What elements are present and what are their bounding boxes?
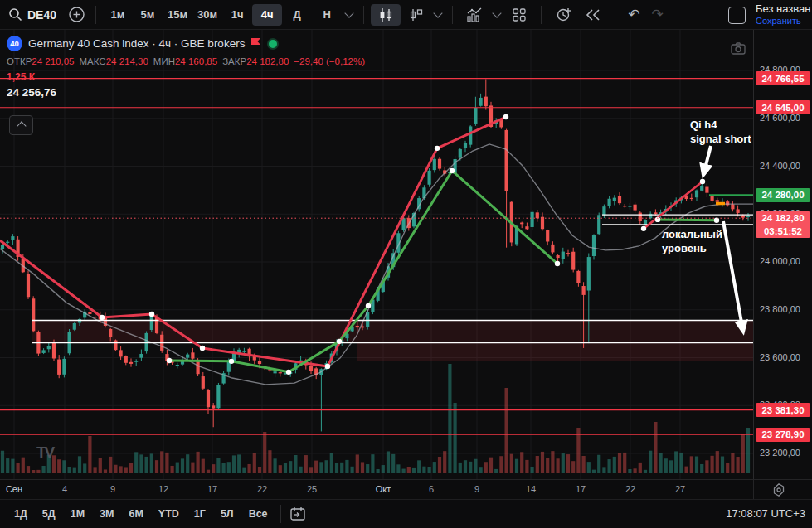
timeframe-4ч[interactable]: 4ч — [252, 4, 282, 26]
divider — [280, 505, 281, 523]
range-6М[interactable]: 6М — [123, 505, 148, 523]
alert-clock-plus-icon[interactable] — [548, 4, 578, 26]
clock-utc[interactable]: 17:08:07 UTC+3 — [726, 507, 805, 520]
countdown-timer: 03:51:52 — [756, 225, 810, 238]
divider — [615, 6, 615, 24]
price-axis[interactable]: 24 800,0024 600,0024 400,0024 200,0024 0… — [753, 30, 812, 479]
symbol-name[interactable]: DE40 — [27, 8, 56, 22]
time-tick-label: 17 — [207, 484, 217, 494]
time-tick-label: 25 — [307, 484, 317, 494]
symbol-title[interactable]: Germany 40 Cash index · 4ч · GBE brokers — [28, 37, 245, 50]
save-link[interactable]: Сохранить — [756, 15, 812, 27]
time-tick-label: 22 — [625, 484, 635, 494]
ohlc-value: 24 182,80 — [246, 56, 289, 66]
time-tick-label: 9 — [474, 484, 479, 494]
time-tick-label: Окт — [376, 484, 391, 494]
time-tick-label: 17 — [576, 484, 586, 494]
axis-corner-divider — [753, 480, 754, 500]
compare-add-icon[interactable] — [68, 6, 85, 23]
range-5Л[interactable]: 5Л — [215, 505, 240, 523]
annotation-local-level: локальный уровень — [662, 227, 722, 255]
chart-style-candles-button[interactable] — [371, 4, 401, 26]
layout-save-block[interactable]: Без назван Сохранить — [756, 3, 812, 27]
timeframe-1м[interactable]: 1м — [103, 4, 133, 26]
layout-title[interactable]: Без назван — [756, 3, 812, 15]
search-icon[interactable] — [8, 7, 22, 22]
ohlc-label: МАКС — [80, 56, 106, 66]
price-level-label[interactable]: 24 645,00 — [756, 100, 810, 114]
time-axis[interactable]: Сен4912172225Окт6914172227 — [0, 479, 812, 499]
time-tick-label: 12 — [158, 484, 168, 494]
ohlc-value: 24 214,30 — [106, 56, 148, 66]
layout-grid-icon[interactable] — [504, 4, 534, 26]
legend-collapse-button[interactable] — [9, 115, 33, 135]
price-level-label[interactable]: 23 381,30 — [756, 403, 810, 417]
tradingview-logo[interactable]: TV — [36, 443, 53, 462]
indicators-chevron-down-icon[interactable] — [493, 8, 502, 17]
price-level-label[interactable]: 24 766,55 — [756, 71, 810, 85]
divider — [95, 6, 96, 24]
indicators-button[interactable] — [459, 4, 489, 26]
axis-settings-gear-icon[interactable] — [771, 482, 786, 497]
divider — [452, 6, 453, 24]
timeframe-30м[interactable]: 30м — [192, 4, 222, 26]
timeframe-Н[interactable]: Н — [312, 4, 342, 26]
timeframe-group: 1м5м15м30м1ч4чДН — [103, 4, 342, 26]
range-Все[interactable]: Все — [243, 505, 274, 523]
annotation-signal-short: Qi h4 signal short — [690, 118, 751, 146]
chart-style-secondary-button[interactable] — [401, 4, 430, 26]
change-value: −29,40 (−0,12%) — [294, 56, 365, 66]
price-tick-label: 23 600,00 — [760, 352, 800, 362]
timeframe-Д[interactable]: Д — [282, 4, 312, 26]
ohlc-value: 24 210,05 — [32, 56, 74, 66]
time-tick-label: 6 — [429, 484, 434, 494]
chart-area[interactable]: 40 Germany 40 Cash index · 4ч · GBE brok… — [0, 30, 753, 479]
order-price-label[interactable]: 24 280,00 — [756, 188, 810, 202]
ohlc-label: ЗАКР — [222, 56, 246, 66]
flag-icon[interactable] — [250, 38, 261, 49]
go-to-date-icon[interactable] — [289, 506, 306, 521]
timeframe-5м[interactable]: 5м — [133, 4, 163, 26]
chart-style-chevron-down-icon[interactable] — [434, 8, 443, 17]
time-tick-label: 14 — [526, 484, 536, 494]
range-1Д[interactable]: 1Д — [8, 505, 33, 523]
time-tick-label: Сен — [6, 484, 22, 494]
bottom-toolbar: 1Д5Д1М3М6МYTD1Г5ЛВсе 17:08:07 UTC+3 — [0, 499, 812, 528]
time-tick-label: 9 — [110, 484, 115, 494]
timeframes-chevron-down-icon[interactable] — [345, 8, 354, 17]
volume-legend-value: 1,25 К — [7, 71, 370, 83]
camera-snapshot-icon[interactable] — [731, 42, 746, 55]
symbol-badge[interactable]: 40 — [7, 36, 22, 51]
price-tick-label: 24 000,00 — [760, 256, 800, 266]
current-price-label[interactable]: 24 182,8003:51:52 — [756, 211, 810, 238]
range-1Г[interactable]: 1Г — [188, 505, 212, 523]
range-5Д[interactable]: 5Д — [36, 505, 61, 523]
current-price-value: 24 182,80 — [756, 211, 810, 225]
divider — [541, 6, 542, 24]
timeframe-1ч[interactable]: 1ч — [222, 4, 252, 26]
price-tick-label: 24 400,00 — [760, 161, 800, 171]
bar-replay-icon[interactable] — [578, 4, 608, 26]
range-group: 1Д5Д1М3М6МYTD1Г5ЛВсе — [8, 505, 274, 523]
timeframe-15м[interactable]: 15м — [163, 4, 192, 26]
time-tick-label: 22 — [257, 484, 267, 494]
divider — [363, 6, 364, 24]
range-YTD[interactable]: YTD — [153, 505, 185, 523]
top-toolbar: DE40 1м5м15м30м1ч4чДН ↶ ↷ — [0, 0, 812, 30]
ohlc-label: ОТКР — [7, 56, 32, 66]
undo-icon[interactable]: ↶ — [622, 6, 645, 23]
time-tick-label: 27 — [675, 484, 685, 494]
ma-legend-value: 24 256,76 — [7, 86, 370, 99]
price-level-label[interactable]: 23 278,90 — [756, 428, 810, 442]
layout-select-icon[interactable] — [728, 7, 746, 24]
symbol-legend: 40 Germany 40 Cash index · 4ч · GBE brok… — [7, 36, 370, 99]
redo-icon[interactable]: ↷ — [645, 6, 669, 23]
price-tick-label: 23 800,00 — [760, 304, 800, 314]
ohlc-row: ОТКР24 210,05МАКС24 214,30МИН24 160,85ЗА… — [7, 56, 370, 66]
ohlc-value: 24 160,85 — [175, 56, 217, 66]
range-1М[interactable]: 1М — [65, 505, 90, 523]
tradingview-window: { "toolbar": { "symbol": "DE40", "timefr… — [0, 0, 812, 528]
market-status-dot[interactable] — [267, 38, 279, 50]
range-3М[interactable]: 3М — [94, 505, 119, 523]
time-tick-label: 4 — [62, 484, 67, 494]
